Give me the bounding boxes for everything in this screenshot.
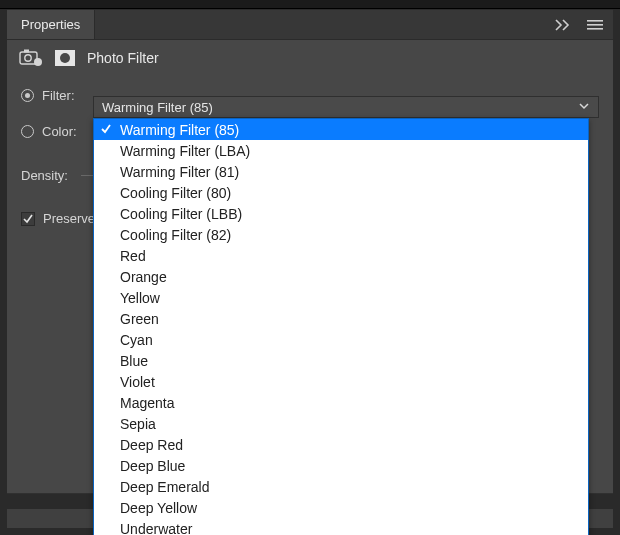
filter-dropdown-item-label: Cooling Filter (LBB)	[120, 206, 242, 222]
filter-dropdown-item[interactable]: Orange	[94, 266, 588, 287]
mask-icon	[53, 48, 77, 68]
preserve-checkbox[interactable]	[21, 212, 35, 226]
svg-rect-1	[587, 24, 603, 26]
svg-rect-2	[587, 28, 603, 30]
color-label: Color:	[42, 124, 94, 139]
filter-dropdown-item-label: Underwater	[120, 521, 192, 536]
filter-dropdown-item-label: Deep Yellow	[120, 500, 197, 516]
filter-dropdown-item-label: Violet	[120, 374, 155, 390]
filter-dropdown-item-label: Yellow	[120, 290, 160, 306]
preserve-label: Preserve	[43, 211, 95, 226]
tab-properties[interactable]: Properties	[7, 10, 95, 39]
filter-dropdown-item[interactable]: Deep Blue	[94, 455, 588, 476]
filter-dropdown-item-label: Deep Emerald	[120, 479, 210, 495]
filter-dropdown-item[interactable]: Blue	[94, 350, 588, 371]
filter-dropdown-item[interactable]: Warming Filter (85)	[94, 119, 588, 140]
filter-dropdown-item-label: Green	[120, 311, 159, 327]
tab-label: Properties	[21, 17, 80, 32]
filter-dropdown-item[interactable]: Underwater	[94, 518, 588, 535]
filter-dropdown-item-label: Magenta	[120, 395, 174, 411]
check-icon	[100, 122, 112, 138]
filter-dropdown-item[interactable]: Deep Red	[94, 434, 588, 455]
filter-dropdown-item[interactable]: Yellow	[94, 287, 588, 308]
window-top-edge	[0, 0, 620, 9]
camera-filter-icon	[19, 48, 43, 68]
filter-dropdown-item[interactable]: Cooling Filter (LBB)	[94, 203, 588, 224]
svg-rect-5	[24, 50, 29, 53]
filter-dropdown-item[interactable]: Sepia	[94, 413, 588, 434]
svg-point-6	[34, 58, 42, 66]
filter-dropdown-item[interactable]: Red	[94, 245, 588, 266]
filter-dropdown-item[interactable]: Green	[94, 308, 588, 329]
filter-dropdown-item-label: Orange	[120, 269, 167, 285]
color-radio[interactable]	[21, 125, 34, 138]
filter-dropdown-item-label: Cyan	[120, 332, 153, 348]
filter-dropdown-item-label: Warming Filter (LBA)	[120, 143, 250, 159]
filter-dropdown-item[interactable]: Magenta	[94, 392, 588, 413]
filter-dropdown-list[interactable]: Warming Filter (85)Warming Filter (LBA)W…	[93, 118, 589, 535]
filter-dropdown-item-label: Red	[120, 248, 146, 264]
panel-menu-icon[interactable]	[587, 19, 603, 31]
filter-dropdown-item-label: Cooling Filter (82)	[120, 227, 231, 243]
svg-point-8	[60, 53, 70, 63]
svg-point-4	[25, 55, 31, 61]
collapse-chevrons-icon[interactable]	[555, 19, 573, 31]
filter-dropdown-item[interactable]: Warming Filter (LBA)	[94, 140, 588, 161]
filter-dropdown-item-label: Sepia	[120, 416, 156, 432]
section-title: Photo Filter	[87, 50, 159, 66]
panel-tabstrip: Properties	[7, 10, 613, 40]
panel-tab-tools	[545, 10, 613, 39]
filter-dropdown-value: Warming Filter (85)	[102, 100, 213, 115]
filter-dropdown-item[interactable]: Cooling Filter (80)	[94, 182, 588, 203]
filter-dropdown-item[interactable]: Deep Yellow	[94, 497, 588, 518]
filter-dropdown[interactable]: Warming Filter (85)	[93, 96, 599, 118]
filter-dropdown-item-label: Deep Blue	[120, 458, 185, 474]
properties-panel: Properties	[7, 9, 613, 494]
filter-dropdown-item-label: Blue	[120, 353, 148, 369]
section-header: Photo Filter	[7, 40, 613, 78]
svg-rect-0	[587, 20, 603, 22]
filter-dropdown-item-label: Cooling Filter (80)	[120, 185, 231, 201]
filter-dropdown-item-label: Warming Filter (85)	[120, 122, 239, 138]
filter-radio[interactable]	[21, 89, 34, 102]
chevron-down-icon	[578, 100, 590, 115]
filter-label: Filter:	[42, 88, 94, 103]
filter-dropdown-item-label: Warming Filter (81)	[120, 164, 239, 180]
filter-dropdown-item[interactable]: Violet	[94, 371, 588, 392]
filter-dropdown-item-label: Deep Red	[120, 437, 183, 453]
filter-dropdown-item[interactable]: Cyan	[94, 329, 588, 350]
filter-dropdown-item[interactable]: Warming Filter (81)	[94, 161, 588, 182]
filter-dropdown-item[interactable]: Cooling Filter (82)	[94, 224, 588, 245]
filter-dropdown-item[interactable]: Deep Emerald	[94, 476, 588, 497]
density-label: Density:	[21, 168, 73, 183]
